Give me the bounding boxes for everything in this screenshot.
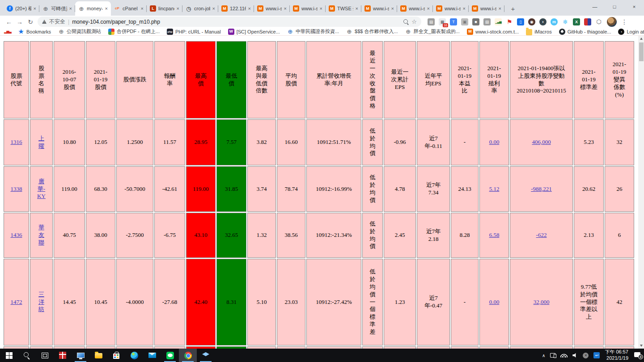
flag-ext-icon[interactable]: ⚑	[506, 18, 513, 25]
bookmark-item-11[interactable]: GitHub - thiagoale...	[559, 29, 611, 35]
photos-ext-icon[interactable]: ▣	[461, 18, 468, 25]
cell-link[interactable]: 1316	[11, 139, 22, 145]
tab-close-icon[interactable]: ×	[427, 6, 430, 11]
colors-ext-icon[interactable]	[584, 18, 591, 25]
maximize-button[interactable]: □	[605, 0, 624, 13]
notification-center-icon[interactable]: 4	[634, 352, 642, 358]
browser-tab-12[interactable]: www.i-sto×	[433, 1, 469, 16]
bookmark-item-5[interactable]: [SC] OpenService...	[228, 29, 280, 35]
cell-link[interactable]: 1436	[11, 232, 22, 238]
cell-link[interactable]: 三 洋 紡	[38, 291, 44, 313]
browser-tab-5[interactable]: cron-job×	[182, 1, 218, 16]
cell-link[interactable]: -988,221	[531, 185, 552, 192]
browser-tab-2[interactable]: money-10×	[75, 1, 111, 16]
messenger-ext-icon[interactable]: m	[551, 18, 558, 25]
cell-link[interactable]: 32,000	[534, 299, 550, 305]
tab-close-icon[interactable]: ×	[69, 6, 72, 11]
cell-link[interactable]: 1338	[11, 185, 22, 192]
edge-button[interactable]	[125, 349, 143, 362]
browser-tab-8[interactable]: www.i-sto×	[290, 1, 326, 16]
tab-close-icon[interactable]: ×	[248, 6, 251, 11]
browser-tab-7[interactable]: www.i-sto×	[254, 1, 290, 16]
cell-link[interactable]: -622	[536, 232, 547, 238]
volume-icon[interactable]	[572, 353, 578, 358]
scrollbar-thumb[interactable]	[639, 42, 644, 61]
stocks-ext-icon[interactable]: ▦16	[439, 18, 446, 25]
clipboard-ext-icon[interactable]: ▤	[483, 18, 491, 25]
tab-close-icon[interactable]: ×	[320, 6, 322, 11]
tab-close-icon[interactable]: ×	[34, 6, 36, 11]
browser-tab-6[interactable]: 122.116.1×	[218, 1, 254, 16]
browser-tab-3[interactable]: cPanel - 三×	[111, 1, 147, 16]
browser-tab-4[interactable]: lincpanel×	[147, 1, 182, 16]
bookmark-item-10[interactable]: iMacros	[526, 28, 552, 35]
snowflake-ext-icon[interactable]: ❄	[562, 18, 569, 25]
wifi-icon[interactable]	[560, 353, 568, 358]
bluestacks-button[interactable]	[197, 349, 215, 362]
line-app-button[interactable]	[161, 349, 179, 362]
cell-link[interactable]: 6.58	[489, 232, 500, 238]
url-text[interactable]: money-104.com/paper_top_m10.php	[72, 19, 401, 25]
minimize-button[interactable]: —	[585, 0, 605, 13]
bookmark-star-icon[interactable]: ☆	[411, 18, 417, 25]
tray-expand-chevron-icon[interactable]: ∧	[542, 353, 545, 358]
scroll-down-arrow[interactable]	[638, 343, 644, 349]
bookmark-item-9[interactable]: www.i-stock.com.t...	[467, 29, 519, 35]
start-button[interactable]	[0, 349, 18, 362]
address-bar[interactable]: 不安全 | money-104.com/paper_top_m10.php ☆	[38, 17, 421, 27]
monkey-ext-icon[interactable]: ◉	[528, 18, 535, 25]
bookmark-item-6[interactable]: 中華民國證券投資...	[287, 28, 339, 35]
notebook-ext-icon[interactable]: ▤	[428, 18, 435, 25]
gift-app-button[interactable]	[54, 349, 72, 362]
reload-button[interactable]: ↻	[25, 18, 36, 25]
id-card-ext-icon[interactable]: ▯	[517, 18, 524, 25]
cell-link[interactable]: 5.12	[489, 185, 500, 192]
zoom-icon[interactable]	[403, 19, 409, 25]
tab-close-icon[interactable]: ×	[212, 6, 215, 11]
bookmark-item-2[interactable]: 公開資訊觀測站	[58, 28, 101, 35]
browser-tab-1[interactable]: 可轉債資訊×	[39, 1, 75, 16]
cell-link[interactable]: 0.00	[489, 299, 500, 305]
bookmark-item-0[interactable]	[4, 29, 11, 35]
bookmark-item-4[interactable]: PHP: cURL - Manual	[167, 29, 221, 35]
bookmark-item-1[interactable]: Bookmarks	[18, 29, 51, 35]
bookmark-item-7[interactable]: $$$ 合作夥伴收入...	[346, 28, 398, 35]
browser-tab-0[interactable]: (20+) 楊相×	[4, 1, 39, 16]
input-indicator-icon[interactable]: ↩	[593, 352, 600, 358]
cell-link[interactable]: 0.00	[489, 139, 500, 145]
browser-tab-13[interactable]: www.i-sto×	[469, 1, 504, 16]
tab-close-icon[interactable]: ×	[105, 6, 108, 11]
remote-pc-app-button[interactable]	[72, 349, 89, 362]
scroll-up-arrow[interactable]	[638, 36, 644, 42]
bookmark-item-12[interactable]: Login at Icontem...	[618, 29, 644, 35]
tab-close-icon[interactable]: ×	[177, 6, 179, 11]
taskbar-search-button[interactable]	[18, 349, 36, 362]
tab-close-icon[interactable]: ×	[141, 6, 144, 11]
task-view-button[interactable]	[36, 349, 54, 362]
vertical-scrollbar[interactable]	[638, 36, 644, 349]
box-ext-icon[interactable]: ■	[472, 18, 479, 25]
taskbar-clock[interactable]: 下午 06:57 2021/1/19	[605, 349, 628, 362]
cell-link[interactable]: 廣 華- KY	[37, 178, 46, 200]
bookmark-item-8[interactable]: 胖全文_圖表製成的...	[405, 28, 460, 35]
profile-avatar[interactable]	[607, 17, 617, 27]
tab-close-icon[interactable]: ×	[463, 6, 466, 11]
excel-ext-icon[interactable]: X	[573, 18, 580, 25]
status-x-icon[interactable]: ×	[583, 353, 589, 358]
browser-tab-11[interactable]: www.i-sto×	[397, 1, 433, 16]
back-button[interactable]: ←	[4, 18, 14, 25]
chart-ext-icon[interactable]: ▁▃▅	[495, 18, 502, 25]
bookmark-item-3[interactable]: 合併PDF - 在網上...	[108, 28, 160, 35]
cell-link[interactable]: 406,000	[532, 139, 551, 145]
tab-close-icon[interactable]: ×	[499, 6, 501, 11]
hand-ext-icon[interactable]: ◗	[539, 18, 547, 25]
new-tab-button[interactable]: +	[507, 3, 519, 14]
tab-close-icon[interactable]: ×	[356, 6, 358, 11]
your-phone-icon[interactable]	[550, 353, 555, 358]
menu-kebab-icon[interactable]: ⋮	[621, 18, 627, 25]
chrome-button[interactable]	[179, 349, 197, 362]
cell-link[interactable]: 上 曜	[38, 135, 44, 149]
browser-tab-10[interactable]: www.i-sto×	[361, 1, 397, 16]
close-button[interactable]: ×	[624, 0, 644, 13]
edit-ext-icon[interactable]: T	[450, 18, 457, 25]
